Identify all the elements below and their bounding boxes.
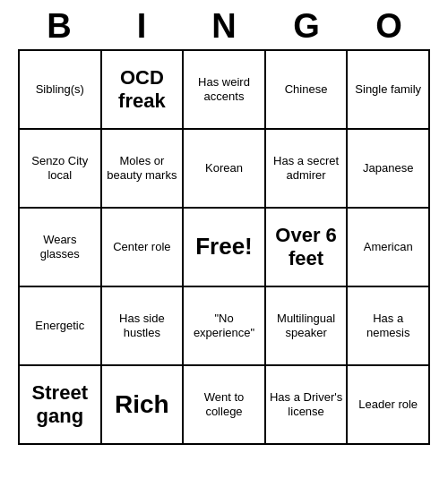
bingo-letter-i: I	[106, 7, 177, 46]
bingo-cell-22: Went to college	[184, 366, 266, 445]
bingo-cell-4: Single family	[348, 51, 430, 130]
cell-text-1: OCD freak	[105, 66, 180, 114]
bingo-cell-11: Center role	[102, 209, 185, 287]
cell-text-20: Street gang	[22, 381, 98, 429]
bingo-cell-13: Over 6 feet	[266, 209, 349, 287]
cell-text-21: Rich	[115, 389, 169, 420]
cell-text-2: Has weird accents	[186, 75, 262, 103]
bingo-header: BINGO	[18, 7, 430, 46]
cell-text-17: "No experience"	[186, 312, 262, 339]
bingo-cell-21: Rich	[102, 366, 185, 445]
bingo-cell-3: Chinese	[266, 51, 349, 130]
bingo-cell-16: Has side hustles	[102, 287, 185, 366]
bingo-grid: Sibling(s)OCD freakHas weird accentsChin…	[18, 49, 430, 445]
bingo-cell-12: Free!	[184, 209, 266, 287]
cell-text-15: Energetic	[35, 319, 84, 333]
cell-text-13: Over 6 feet	[269, 224, 344, 271]
bingo-letter-o: O	[353, 7, 425, 46]
cell-text-11: Center role	[113, 240, 170, 254]
cell-text-18: Multilingual speaker	[269, 312, 344, 339]
bingo-cell-8: Has a secret admirer	[266, 130, 349, 209]
bingo-cell-23: Has a Driver's license	[266, 366, 349, 445]
bingo-letter-b: B	[23, 7, 95, 46]
cell-text-19: Has a nemesis	[350, 312, 426, 339]
bingo-cell-20: Street gang	[20, 366, 102, 445]
bingo-cell-10: Wears glasses	[20, 209, 102, 287]
bingo-cell-17: "No experience"	[184, 287, 266, 366]
bingo-cell-2: Has weird accents	[184, 51, 266, 130]
cell-text-9: Japanese	[363, 161, 413, 175]
cell-text-16: Has side hustles	[105, 312, 180, 339]
bingo-cell-7: Korean	[184, 130, 266, 209]
cell-text-22: Went to college	[186, 390, 262, 418]
bingo-cell-1: OCD freak	[102, 51, 185, 130]
cell-text-4: Single family	[355, 82, 421, 97]
cell-text-8: Has a secret admirer	[269, 154, 344, 182]
bingo-cell-24: Leader role	[348, 366, 430, 445]
bingo-cell-15: Energetic	[20, 287, 102, 366]
cell-text-14: American	[364, 240, 413, 254]
cell-text-7: Korean	[205, 161, 243, 175]
bingo-letter-n: N	[188, 7, 260, 46]
bingo-cell-5: Senzo City local	[20, 130, 102, 209]
cell-text-5: Senzo City local	[22, 154, 98, 182]
bingo-cell-6: Moles or beauty marks	[102, 130, 185, 209]
cell-text-12: Free!	[195, 233, 253, 261]
bingo-cell-14: American	[348, 209, 430, 287]
cell-text-10: Wears glasses	[22, 233, 98, 261]
cell-text-23: Has a Driver's license	[269, 390, 344, 418]
cell-text-0: Sibling(s)	[36, 82, 84, 97]
bingo-letter-g: G	[271, 7, 342, 46]
cell-text-6: Moles or beauty marks	[105, 154, 180, 182]
bingo-cell-18: Multilingual speaker	[266, 287, 349, 366]
bingo-cell-19: Has a nemesis	[348, 287, 430, 366]
cell-text-24: Leader role	[358, 397, 418, 412]
bingo-cell-9: Japanese	[348, 130, 430, 209]
bingo-cell-0: Sibling(s)	[20, 51, 102, 130]
cell-text-3: Chinese	[285, 82, 328, 97]
